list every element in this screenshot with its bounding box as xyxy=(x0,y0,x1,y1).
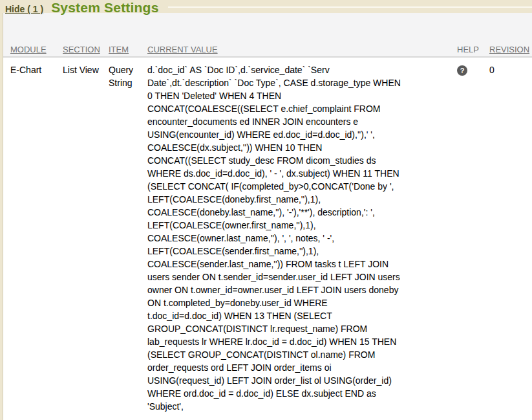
hide-link[interactable]: Hide ( 1 ) xyxy=(5,4,43,14)
settings-row: E-Chart List View Query String d.`doc_id… xyxy=(3,58,532,413)
help-cell: ? xyxy=(454,63,486,76)
question-circle-icon[interactable]: ? xyxy=(457,65,467,76)
revision-cell: 0 xyxy=(486,63,532,76)
page-legend: Hide ( 1 ) System Settings xyxy=(5,0,159,16)
column-header-module-label[interactable]: MODULE xyxy=(10,45,47,54)
page-title: System Settings xyxy=(51,0,158,16)
section-cell: List View xyxy=(63,63,109,76)
module-cell: E-Chart xyxy=(3,63,63,76)
column-header-section[interactable]: SECTION xyxy=(63,45,109,54)
column-header-item-label[interactable]: ITEM xyxy=(109,45,129,54)
table-body: E-Chart List View Query String d.`doc_id… xyxy=(3,58,532,420)
column-header-current-value[interactable]: CURRENT VALUE xyxy=(147,45,454,54)
fieldset-top-border xyxy=(168,6,532,8)
column-header-current-value-label[interactable]: CURRENT VALUE xyxy=(147,45,218,54)
column-header-help: HELP xyxy=(454,45,486,54)
table-header-row: MODULE SECTION ITEM CURRENT VALUE HELP R… xyxy=(3,13,532,58)
settings-panel: MODULE SECTION ITEM CURRENT VALUE HELP R… xyxy=(3,13,532,420)
item-cell: Query String xyxy=(109,63,147,89)
current-value-cell: d.`doc_id` AS `Doc ID`,d.`service_date` … xyxy=(147,63,454,413)
column-header-help-label: HELP xyxy=(457,45,479,54)
column-header-revision[interactable]: REVISION xyxy=(486,45,532,54)
column-header-item[interactable]: ITEM xyxy=(109,45,147,54)
column-header-section-label[interactable]: SECTION xyxy=(63,45,100,54)
column-header-module[interactable]: MODULE xyxy=(3,45,63,54)
column-header-revision-label[interactable]: REVISION xyxy=(489,45,529,54)
system-settings-page: Hide ( 1 ) System Settings MODULE SECTIO… xyxy=(0,0,532,420)
